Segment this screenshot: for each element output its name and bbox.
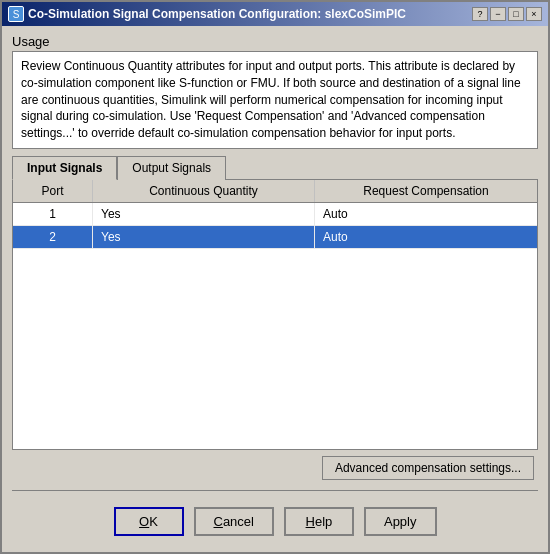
cell-port-1: 1 — [13, 203, 93, 225]
minimize-button[interactable]: − — [490, 7, 506, 21]
title-bar-left: S Co-Simulation Signal Compensation Conf… — [8, 6, 406, 22]
cell-rc-2: Auto — [315, 226, 537, 248]
app-icon: S — [8, 6, 24, 22]
help-title-button[interactable]: ? — [472, 7, 488, 21]
usage-text: Review Continuous Quantity attributes fo… — [12, 51, 538, 149]
cancel-button[interactable]: Cancel — [194, 507, 274, 536]
cell-port-2: 2 — [13, 226, 93, 248]
signal-table: Port Continuous Quantity Request Compens… — [13, 180, 537, 249]
window-title: Co-Simulation Signal Compensation Config… — [28, 7, 406, 21]
help-label: Help — [306, 514, 333, 529]
cell-rc-1: Auto — [315, 203, 537, 225]
help-button[interactable]: Help — [284, 507, 354, 536]
tab-output-signals[interactable]: Output Signals — [117, 156, 226, 180]
tab-bar: Input Signals Output Signals — [12, 155, 538, 179]
col-continuous-quantity: Continuous Quantity — [93, 180, 315, 202]
advanced-compensation-button[interactable]: Advanced compensation settings... — [322, 456, 534, 480]
footer-buttons: OK Cancel Help Apply — [12, 501, 538, 544]
cell-cq-1: Yes — [93, 203, 315, 225]
tab-content: Port Continuous Quantity Request Compens… — [12, 179, 538, 450]
col-request-compensation: Request Compensation — [315, 180, 537, 202]
cell-cq-2: Yes — [93, 226, 315, 248]
table-header: Port Continuous Quantity Request Compens… — [13, 180, 537, 203]
ok-label: OK — [139, 514, 158, 529]
apply-label: Apply — [384, 514, 417, 529]
ok-button[interactable]: OK — [114, 507, 184, 536]
maximize-button[interactable]: □ — [508, 7, 524, 21]
bottom-section: Advanced compensation settings... OK Can… — [12, 456, 538, 544]
main-window: S Co-Simulation Signal Compensation Conf… — [0, 0, 550, 554]
divider — [12, 490, 538, 491]
window-content: Usage Review Continuous Quantity attribu… — [2, 26, 548, 552]
apply-button[interactable]: Apply — [364, 507, 437, 536]
tabs-section: Input Signals Output Signals Port Contin… — [12, 155, 538, 450]
table-row[interactable]: 2 Yes Auto — [13, 226, 537, 249]
usage-section: Usage Review Continuous Quantity attribu… — [12, 34, 538, 149]
advanced-btn-row: Advanced compensation settings... — [12, 456, 538, 480]
table-row[interactable]: 1 Yes Auto — [13, 203, 537, 226]
title-bar-buttons: ? − □ × — [472, 7, 542, 21]
col-port: Port — [13, 180, 93, 202]
title-bar: S Co-Simulation Signal Compensation Conf… — [2, 2, 548, 26]
usage-label: Usage — [12, 34, 538, 49]
cancel-label: Cancel — [214, 514, 254, 529]
tab-input-signals[interactable]: Input Signals — [12, 156, 117, 180]
close-button[interactable]: × — [526, 7, 542, 21]
